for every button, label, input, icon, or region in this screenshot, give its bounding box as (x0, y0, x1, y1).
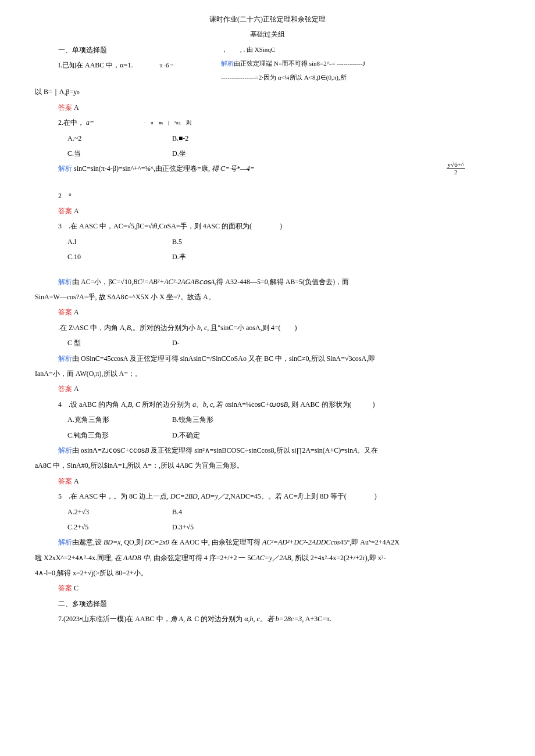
frac-num: y√6+^ (447, 161, 465, 169)
answer-label: 答案 (58, 385, 72, 393)
q3b-a1: 由 OSinC=45ccosA 及正弦定理可得 sinAsinC=/SinCCo… (72, 354, 375, 363)
q7-c: C 的对边分别为 α, (192, 615, 249, 623)
q2-a: 2.在中， (58, 119, 84, 127)
q4-a: 4 .设 aABC 的内角 A, (58, 400, 128, 409)
q3-optA: A.l (67, 234, 172, 249)
q2-stem: 2.在中， a= · π ᵯ | ¹π₄ 则 (58, 115, 500, 130)
q5-a1c: QO,则 (122, 538, 144, 546)
q4-optA: A.克角三角形 (67, 412, 172, 427)
q5-optA: A.2+√3 (67, 504, 172, 519)
q2-answer: 答案 A (58, 203, 500, 218)
answer-label: 答案 (58, 477, 72, 485)
section-heading-1: 一、单项选择题 (58, 42, 221, 58)
q5-answer: 答案 C (58, 581, 500, 596)
q3b-optC: C 型 (67, 335, 172, 350)
q5-a1b: BD=x, (104, 538, 122, 546)
q3b-analysis-2: IanA=小，而 AW(O,π),所以 A=；。 (35, 366, 500, 381)
q3-ans-val: A (74, 308, 79, 316)
q5-analysis-2: 啦 X2xX^=2+4∧²-4x.同理, 在 AADB 中, 由余弦定理可得 4… (35, 550, 500, 565)
q3b-optD: D- (172, 335, 180, 350)
q3-a1c: 得 A32-448—5=0,解得 AB=5(负值舍去)，而 (216, 278, 349, 286)
q5-a2d: AC=y／2AB, (255, 554, 293, 562)
analysis-label: 解析 (58, 446, 72, 454)
q2-ana-i: 得 C=号*—4= (212, 164, 255, 173)
section-heading-2: 二、多项选择题 (58, 596, 500, 611)
q4-e: 若 αsinA=⅛cosC+ᴏᴊᴏꜱ (215, 400, 284, 409)
answer-label: 答案 (58, 103, 72, 112)
q2-fraction: y√6+^ 2 (447, 161, 465, 175)
q1-right-top: ， , . 由 XSinqC (221, 42, 500, 56)
q5-a2a: 啦 X2xX^=2+4∧²-4x.同理, (35, 554, 115, 562)
q2-ana-t: sinC=sin(π-4-β)=sin^+^=⅛^,由正弦定理卷=康, (72, 164, 212, 173)
q5-c: NADC=45。。若 AC=舟上则 8D 等于( ) (230, 492, 377, 500)
q1-left-text: I.已知在 AABC 中，α=1. (58, 61, 133, 69)
q3-optC: C.10 (67, 249, 172, 264)
q4-c: 所对的边分别为 (140, 400, 192, 409)
q3-a1a: 由 AC=小，βC=√10, (72, 278, 133, 286)
q5-analysis-1: 解析由邈意,设 BD=x, QO,则 DC=2x0 在 AAOC 中, 由余弦定… (58, 535, 500, 550)
q4-a1c: +ᴄᴄᴏꜱ (125, 446, 145, 454)
q1-ans-val: A (74, 103, 79, 112)
q7-a: 7.(2023•山东临沂一模)在 AABC 中， (58, 615, 170, 623)
q3b-ans-val: A (74, 385, 79, 393)
q3b-e: 且"sinC=小 aosA,则 4=( ) (209, 324, 297, 332)
q5-a1f: AC²=AD²+DC²-2ADDCcos (262, 538, 340, 546)
q2-optB: B.■-2 (172, 131, 188, 146)
q3b-a: .在 Z\ASC 中，内角 A, (58, 324, 127, 332)
q4-g: 则 AABC 的形状为( ) (290, 400, 374, 409)
q5-optD: D.3+√5 (172, 519, 194, 535)
q1-right-line2: 解析由正弦定理端 N=而不可得 sin8=2^-= ------------J (221, 56, 500, 70)
q3-answer: 答案 A (58, 304, 500, 320)
q3-stem: 3 .在 AASC 中，AC=√5,βC=√iθ,CoSA=手，则 4ASC 的… (58, 218, 500, 234)
q5-a2b: 在 AADB 中, (115, 554, 152, 562)
answer-label: 答案 (58, 207, 72, 215)
q5-a: 5 .在 AASC 中，。为 8C 边上一点, (58, 492, 170, 500)
q5-optC: C.2+√5 (67, 519, 172, 535)
q5-a2e: 所以 2+4x²-4x=2(2+/+2r),即 x²- (293, 554, 386, 562)
q5-b: DC=2BD, AD=y／2, (170, 492, 230, 500)
q4-a1f: A。 (353, 446, 364, 454)
q7-stem: 7.(2023•山东临沂一模)在 AABC 中，角 A, B. C 的对边分别为… (58, 611, 500, 626)
q4-a1b: C (120, 446, 125, 454)
q3-a1b: BC²=AB²+AC²-2AGABᴄᴏꜱA, (133, 278, 216, 286)
q7-e: A+3C=π. (304, 615, 331, 623)
page-subtitle: 基础过关组 (35, 27, 500, 42)
q3b-c: 。所对的边分别为小 (133, 324, 197, 332)
q4-d: a、b, c, (192, 400, 215, 409)
page-title: 课时作业(二十六)正弦定理和余弦定理 (35, 12, 500, 27)
q3-optB: B.5 (172, 234, 182, 249)
q4-optD: D.不确定 (172, 428, 200, 443)
analysis-label: 解析 (58, 278, 72, 286)
q2-optD: D.坐 (172, 146, 186, 161)
analysis-label: 解析 (58, 164, 72, 173)
q4-optC: C.钝角三角形 (67, 428, 172, 443)
q5-optB: B.4 (172, 504, 182, 519)
q3-analysis-2: SinA=W—cos?A=乎, 故 SΔA8ᴄ=^X5X 小 X 坐=?。故选 … (35, 289, 500, 304)
q1-answer: 答案 A (58, 100, 500, 115)
q5-a2c: 由余弦定理可得 4 序=2+/+2 一 5C (152, 554, 256, 562)
q1-stem-left: I.已知在 AABC 中，α=1. π -6 = (58, 58, 221, 73)
q2-optC: C.当 (67, 146, 172, 161)
q2-b: a= (86, 119, 94, 127)
q5-analysis-3: 4∧-l=0,解得 x=2+√j(>所以 80=2+小。 (35, 565, 500, 581)
q3b-stem: .在 Z\ASC 中，内角 A,B,。所对的边分别为小 b, c, 且"sinC… (58, 320, 500, 335)
analysis-label: 解析 (221, 60, 234, 67)
answer-label: 答案 (58, 308, 72, 316)
q3-analysis-1: 解析由 AC=小，βC=√10,BC²=AB²+AC²-2AGABᴄᴏꜱA,得 … (58, 274, 500, 289)
q2-mid: · π ᵯ | ¹π₄ 则 (144, 120, 191, 126)
q5-stem: 5 .在 AASC 中，。为 8C 边上一点, DC=2BD, AD=y／2,N… (58, 489, 500, 504)
analysis-label: 解析 (58, 538, 72, 546)
q7-d: h, c。若 b=28c=3, (250, 615, 304, 623)
q4-ans-val: A (74, 477, 79, 485)
q5-ans-val: C (74, 584, 79, 592)
q1-right-line3: ----------------=2·因为 α<¼所以 A<8,β∈(0,π),… (221, 70, 500, 84)
q5-a1a: 由邈意,设 (72, 538, 104, 546)
q5-a1d: DC=2x0 (145, 538, 169, 546)
q4-optB: B.锐角三角形 (172, 412, 213, 427)
q3b-answer: 答案 A (58, 381, 500, 396)
q4-a1g: 又在 (364, 446, 378, 454)
q3-optD: D.芈 (172, 249, 186, 264)
answer-label: 答案 (58, 584, 72, 592)
q4-a1e: 及正弦定理得 sin²∧=sinBCOSC÷sinCcos8,所以 si∏2A=… (149, 446, 353, 454)
q4-f: B, (284, 400, 290, 409)
